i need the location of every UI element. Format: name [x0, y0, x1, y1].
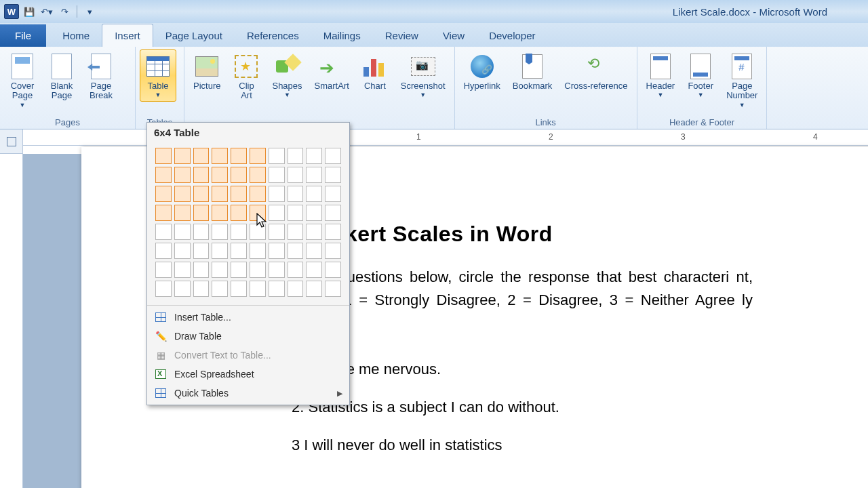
table-grid-cell[interactable]	[193, 186, 210, 202]
tab-insert[interactable]: Insert	[102, 24, 153, 47]
table-grid-cell[interactable]	[325, 148, 341, 164]
table-grid-cell[interactable]	[174, 281, 191, 297]
footer-button[interactable]: Footer▼	[682, 49, 719, 102]
table-grid-cell[interactable]	[269, 262, 285, 278]
table-grid-cell[interactable]	[250, 148, 266, 164]
shapes-button[interactable]: Shapes▼	[267, 49, 307, 102]
tab-mailings[interactable]: Mailings	[311, 24, 373, 47]
table-grid-cell[interactable]	[174, 205, 191, 221]
bookmark-button[interactable]: Bookmark	[508, 49, 557, 94]
table-grid-cell[interactable]	[306, 167, 322, 183]
vertical-ruler[interactable]	[0, 154, 23, 488]
table-grid-cell[interactable]	[269, 186, 285, 202]
table-grid-cell[interactable]	[325, 262, 341, 278]
table-grid-cell[interactable]	[231, 148, 247, 164]
draw-table-item[interactable]: ✏️Draw Table	[147, 327, 349, 346]
cross-reference-button[interactable]: Cross-reference	[559, 49, 632, 94]
table-grid-cell[interactable]	[288, 205, 304, 221]
tab-review[interactable]: Review	[373, 24, 431, 47]
tab-developer[interactable]: Developer	[477, 24, 547, 47]
excel-spreadsheet-item[interactable]: Excel Spreadsheet	[147, 365, 349, 384]
table-grid-cell[interactable]	[306, 148, 322, 164]
tab-home[interactable]: Home	[50, 24, 102, 47]
picture-button[interactable]: Picture	[189, 49, 225, 94]
table-grid-cell[interactable]	[306, 224, 322, 240]
table-grid-cell[interactable]	[288, 281, 304, 297]
table-grid-cell[interactable]	[155, 167, 172, 183]
tab-references[interactable]: References	[235, 24, 311, 47]
table-grid-cell[interactable]	[231, 224, 247, 240]
table-grid-cell[interactable]	[269, 243, 285, 259]
table-grid-cell[interactable]	[306, 243, 322, 259]
table-button[interactable]: Table▼	[140, 49, 176, 102]
table-grid-cell[interactable]	[212, 243, 228, 259]
table-grid-cell[interactable]	[288, 186, 304, 202]
table-grid-cell[interactable]	[306, 262, 322, 278]
table-grid-cell[interactable]	[288, 243, 304, 259]
table-grid-cell[interactable]	[155, 243, 172, 259]
table-grid-cell[interactable]	[174, 148, 191, 164]
table-grid-cell[interactable]	[212, 281, 228, 297]
table-grid-cell[interactable]	[193, 167, 210, 183]
table-grid-cell[interactable]	[250, 262, 266, 278]
undo-button[interactable]: ↶▾	[39, 4, 54, 19]
table-grid-cell[interactable]	[231, 262, 247, 278]
table-grid-cell[interactable]	[212, 262, 228, 278]
table-grid-cell[interactable]	[174, 243, 191, 259]
table-grid-cell[interactable]	[212, 167, 228, 183]
table-grid-cell[interactable]	[193, 262, 210, 278]
table-grid-cell[interactable]	[174, 262, 191, 278]
table-grid-cell[interactable]	[231, 243, 247, 259]
table-size-grid[interactable]	[147, 142, 349, 305]
table-grid-cell[interactable]	[269, 224, 285, 240]
table-grid-cell[interactable]	[193, 243, 210, 259]
table-grid-cell[interactable]	[250, 281, 266, 297]
clip-art-button[interactable]: ClipArt	[228, 49, 264, 104]
tab-file[interactable]: File	[0, 24, 46, 47]
table-grid-cell[interactable]	[269, 167, 285, 183]
table-grid-cell[interactable]	[269, 281, 285, 297]
quick-tables-item[interactable]: Quick Tables▶	[147, 384, 349, 403]
table-grid-cell[interactable]	[269, 148, 285, 164]
table-grid-cell[interactable]	[231, 205, 247, 221]
table-grid-cell[interactable]	[231, 167, 247, 183]
redo-button[interactable]: ↷	[57, 4, 72, 19]
page-number-button[interactable]: PageNumber▼	[722, 49, 762, 112]
hyperlink-button[interactable]: Hyperlink	[459, 49, 505, 94]
table-grid-cell[interactable]	[250, 224, 266, 240]
table-grid-cell[interactable]	[231, 186, 247, 202]
table-grid-cell[interactable]	[174, 167, 191, 183]
table-grid-cell[interactable]	[325, 281, 341, 297]
table-grid-cell[interactable]	[325, 224, 341, 240]
table-grid-cell[interactable]	[231, 281, 247, 297]
insert-table-item[interactable]: Insert Table...	[147, 308, 349, 327]
screenshot-button[interactable]: Screenshot▼	[396, 49, 450, 102]
table-grid-cell[interactable]	[250, 205, 266, 221]
ruler-corner[interactable]	[0, 129, 23, 154]
blank-page-button[interactable]: BlankPage	[43, 49, 80, 104]
table-grid-cell[interactable]	[269, 205, 285, 221]
table-grid-cell[interactable]	[212, 186, 228, 202]
table-grid-cell[interactable]	[193, 148, 210, 164]
tab-view[interactable]: View	[431, 24, 477, 47]
table-grid-cell[interactable]	[212, 148, 228, 164]
qat-customize[interactable]: ▾	[82, 4, 97, 19]
table-grid-cell[interactable]	[193, 224, 210, 240]
table-grid-cell[interactable]	[174, 186, 191, 202]
header-button[interactable]: Header▼	[642, 49, 680, 102]
table-grid-cell[interactable]	[155, 205, 172, 221]
table-grid-cell[interactable]	[193, 281, 210, 297]
table-grid-cell[interactable]	[250, 167, 266, 183]
page-break-button[interactable]: PageBreak	[83, 49, 119, 104]
table-grid-cell[interactable]	[250, 243, 266, 259]
table-grid-cell[interactable]	[288, 167, 304, 183]
table-grid-cell[interactable]	[288, 262, 304, 278]
table-grid-cell[interactable]	[212, 205, 228, 221]
table-grid-cell[interactable]	[174, 224, 191, 240]
table-grid-cell[interactable]	[325, 243, 341, 259]
table-grid-cell[interactable]	[155, 281, 172, 297]
table-grid-cell[interactable]	[288, 224, 304, 240]
table-grid-cell[interactable]	[212, 224, 228, 240]
table-grid-cell[interactable]	[250, 186, 266, 202]
word-app-icon[interactable]: W	[4, 4, 19, 19]
